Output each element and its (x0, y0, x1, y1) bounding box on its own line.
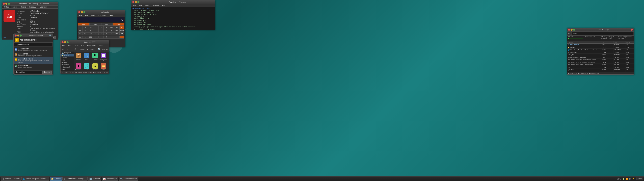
up-button[interactable]: ↑ (70, 48, 72, 51)
network-icon[interactable]: 📶 (626, 178, 628, 180)
calc-mr[interactable]: MR (114, 29, 119, 32)
calc-1[interactable]: 1 (93, 32, 98, 35)
help-link[interactable]: Help (4, 36, 7, 38)
table-row[interactable]: ⚙ Task Manager 75047 46.1 MiB 1% (567, 44, 634, 46)
tm-min[interactable] (570, 29, 572, 31)
battery-icon[interactable]: 🔋 (622, 178, 624, 180)
calc-4[interactable]: 4 (93, 29, 98, 32)
file-item-downloads[interactable]: ⬇ Downloads (75, 63, 82, 71)
calc-ac-btn[interactable]: AC (113, 22, 124, 26)
calc-sqrt[interactable]: √x (83, 29, 88, 32)
thunar-menu-file[interactable]: File (61, 44, 66, 47)
minimize-button[interactable] (5, 3, 8, 5)
table-row[interactable]: baloo_file 70910 46.1 MiB 0% (567, 54, 634, 56)
appfinder-command-input[interactable] (14, 70, 42, 74)
calc-sin[interactable]: sin (78, 29, 83, 32)
reload-button[interactable]: ↺ (73, 48, 76, 51)
calc-6[interactable]: 6 (104, 29, 109, 32)
view-toggle[interactable]: ⊞ (106, 48, 109, 51)
thunar-menu-bookmarks[interactable]: Bookmarks (86, 44, 97, 47)
file-item-music[interactable]: 🎵 Music (83, 63, 90, 71)
calc-max[interactable] (83, 11, 85, 13)
taskbar-appfinder[interactable]: 🔍 Application Finder (119, 177, 138, 181)
terminal-max[interactable] (137, 1, 139, 3)
forward-button[interactable]: → (66, 48, 69, 51)
sidebar-computer[interactable]: 💻 Computer (60, 52, 74, 54)
pid-header[interactable]: PID (601, 41, 614, 44)
thunar-close[interactable] (62, 41, 64, 43)
calc-tan[interactable]: tan (78, 36, 83, 38)
table-row[interactable]: vk-headset-session start&&suf 72095 3.4 … (567, 56, 634, 59)
sidebar-fac000[interactable]: 📁 fac000 (60, 54, 74, 56)
calc-0[interactable]: 0 (93, 36, 98, 38)
terminal-content[interactable]: fac000@tu45b-freebsd Kernel: FreeBSD 14.… (131, 7, 215, 30)
list-item[interactable]: ⭐ Application Finder Find and launch app… (14, 57, 53, 64)
calc-paren-close[interactable]: ) (83, 26, 88, 29)
calc-mod[interactable]: MOD (120, 29, 124, 32)
file-item-desktop[interactable]: 🖥 Desktop (92, 52, 99, 62)
calc-plus[interactable]: + (114, 36, 119, 38)
file-item-build[interactable]: 🔧 Build (83, 52, 90, 62)
thunar-menu-view[interactable]: View (74, 44, 80, 47)
tab-system[interactable]: System (2, 6, 11, 8)
calc-8[interactable]: 8 (98, 26, 104, 29)
calc-fe[interactable]: FE (88, 26, 93, 29)
launch-button[interactable]: Launch (42, 70, 52, 74)
list-item[interactable]: 🔊 Audio Mixer Adjust volume levels (14, 64, 53, 69)
calc-dot[interactable]: . (98, 36, 104, 38)
tm-search-input[interactable] (572, 32, 633, 35)
calc-cos[interactable]: cos (78, 32, 83, 35)
file-item-backup[interactable]: 📦 Backup (75, 52, 82, 62)
taskbar-about[interactable]: ℹ About the Xfce Desktop E... (62, 177, 88, 181)
calc-min[interactable] (81, 11, 83, 13)
calc-menu-help[interactable]: Help (108, 14, 114, 17)
appfinder-close[interactable] (14, 34, 16, 36)
calc-7[interactable]: 7 (93, 26, 98, 29)
taskbar-browser[interactable]: 🌐 What's new | The FreeBSD... (22, 177, 49, 181)
power-icon[interactable]: ⚡ (632, 178, 634, 180)
calc-plusminus[interactable]: +/- (104, 36, 109, 38)
calc-minus[interactable]: − (109, 36, 114, 38)
thunar-max[interactable] (66, 41, 68, 43)
calc-mplus[interactable]: M+ (114, 26, 119, 29)
table-row[interactable]: galculator 70262 45.8 MiB 0% (567, 69, 634, 71)
tab-copyright[interactable]: Copyright (38, 6, 49, 8)
term-terminal[interactable]: Terminal (151, 4, 160, 7)
calc-inv[interactable]: 1/x (88, 32, 93, 35)
path-fac000[interactable]: fac000 (90, 48, 96, 50)
calc-ms[interactable]: MS (109, 26, 114, 29)
calc-menu-view[interactable]: View (90, 14, 96, 17)
appfinder-min[interactable] (17, 34, 19, 36)
sidebar-documents[interactable]: Documents (60, 64, 74, 66)
close-button[interactable] (3, 3, 5, 5)
calc-div[interactable]: ÷ (109, 29, 114, 32)
tab-freebsd[interactable]: FreeBSD (28, 6, 38, 8)
tab-credits[interactable]: Credits (19, 6, 28, 8)
appfinder-max[interactable] (20, 34, 22, 36)
calc-lsr[interactable]: LSR (120, 32, 124, 35)
sound-icon[interactable]: 🔊 (629, 178, 631, 180)
appfinder-search-input[interactable] (14, 43, 52, 46)
list-item[interactable]: ♿ Accessibility Improve keyboard and mou… (14, 47, 53, 52)
term-view[interactable]: View (144, 4, 150, 7)
sidebar-backup[interactable]: Backup (60, 56, 74, 59)
taskbar-taskmanager[interactable]: 📊 Task Manager (102, 177, 118, 181)
thunar-menu-help[interactable]: Help (98, 44, 104, 47)
file-item-public[interactable]: 📂 Public (100, 63, 107, 71)
tm-close[interactable] (568, 29, 570, 31)
sidebar-music[interactable]: Music (60, 68, 74, 70)
calc-log[interactable]: log (83, 32, 88, 35)
taskbar-thunar[interactable]: 📁 - Thunar (50, 177, 62, 181)
calc-2[interactable]: 2 (98, 32, 104, 35)
calc-mul[interactable]: × (109, 32, 114, 35)
calc-paren-open[interactable]: ( (78, 26, 83, 29)
calc-alg-btn[interactable]: ALG (101, 22, 113, 26)
calc-equals[interactable]: = (120, 36, 124, 38)
maximize-button[interactable] (8, 3, 10, 5)
table-row[interactable]: Xfce Terminal 72121 57.0 MiB 0% (567, 51, 634, 54)
calc-5[interactable]: 5 (98, 29, 104, 32)
calc-close[interactable] (78, 11, 80, 13)
list-item[interactable]: 🎨 Appearance Customize the look of your … (14, 52, 53, 57)
appfinder-search-icon[interactable]: 🔍 (49, 34, 52, 37)
search-button[interactable]: 🔍 (97, 48, 101, 51)
